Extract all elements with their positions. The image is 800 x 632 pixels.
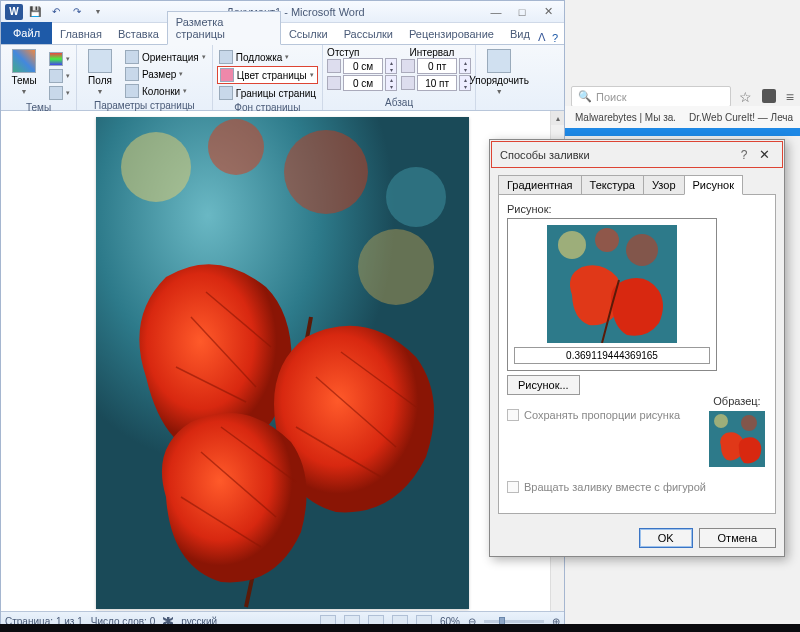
ribbon-tabs: Файл Главная Вставка Разметка страницы С… (1, 23, 564, 45)
tab-file[interactable]: Файл (1, 22, 52, 44)
document-page[interactable] (96, 117, 469, 609)
sample-preview (709, 411, 765, 467)
columns-button[interactable]: Колонки▾ (123, 83, 208, 99)
dialog-tabs: Градиентная Текстура Узор Рисунок (490, 169, 784, 195)
page-borders-button[interactable]: Границы страниц (217, 85, 318, 101)
effects-icon (49, 86, 63, 100)
group-page-params: Поля ▼ Ориентация▾ Размер▾ Колонки▾ Пара… (77, 45, 213, 110)
tab-mailings[interactable]: Рассылки (336, 24, 401, 44)
dialog-title: Способы заливки (500, 149, 734, 161)
tab-home[interactable]: Главная (52, 24, 110, 44)
picture-label: Рисунок: (507, 203, 767, 215)
themes-button[interactable]: Темы ▼ (5, 47, 43, 97)
theme-fonts-button[interactable]: ▾ (47, 68, 72, 84)
orientation-icon (125, 50, 139, 64)
sample-area: Образец: (709, 395, 765, 467)
tab-references[interactable]: Ссылки (281, 24, 336, 44)
browser-accent-bar (565, 128, 800, 136)
dialog-close-icon[interactable]: ✕ (754, 147, 774, 162)
help-icon[interactable]: ? (552, 32, 558, 44)
spacing-after-icon (401, 76, 415, 90)
dialog-body: Рисунок: 0.369119444369165 Рисунок... Со… (498, 194, 776, 514)
search-placeholder: Поиск (596, 91, 626, 103)
size-icon (125, 67, 139, 81)
theme-colors-button[interactable]: ▾ (47, 51, 72, 67)
colors-icon (49, 52, 63, 66)
svg-point-1 (121, 132, 191, 202)
save-icon[interactable]: 💾 (26, 4, 44, 20)
word-logo-icon[interactable]: W (5, 4, 23, 20)
indent-label: Отступ (327, 47, 359, 58)
cancel-button[interactable]: Отмена (699, 528, 776, 548)
svg-point-12 (741, 415, 757, 431)
themes-icon (12, 49, 36, 73)
group-label (480, 107, 518, 110)
browser-menu-icon[interactable]: ≡ (786, 89, 794, 105)
indent-left-icon (327, 59, 341, 73)
dialog-titlebar[interactable]: Способы заливки ? ✕ (491, 141, 783, 168)
minimize-ribbon-icon[interactable]: ᐱ (538, 31, 546, 44)
spacing-before-icon (401, 59, 415, 73)
window-title: Документ1 - Microsoft Word (107, 6, 484, 18)
page-background-image (96, 117, 469, 609)
size-button[interactable]: Размер▾ (123, 66, 208, 82)
maximize-button[interactable]: □ (510, 4, 534, 20)
checkbox-icon[interactable] (507, 409, 519, 421)
rotate-fill-checkbox-row[interactable]: Вращать заливку вместе с фигурой (507, 481, 767, 493)
page-color-button[interactable]: Цвет страницы▾ (217, 66, 318, 84)
tab-texture[interactable]: Текстура (581, 175, 644, 195)
group-paragraph: Отступ Интервал 0 см▴▾ 0 см▴▾ 0 пт▴▾ 10 … (323, 45, 476, 110)
select-picture-button[interactable]: Рисунок... (507, 375, 580, 395)
margins-icon (88, 49, 112, 73)
qat-dropdown-icon[interactable]: ▼ (89, 4, 107, 20)
indent-left-spinner[interactable]: 0 см▴▾ (327, 58, 397, 74)
word-titlebar[interactable]: W 💾 ↶ ↷ ▼ Документ1 - Microsoft Word — □… (1, 1, 564, 23)
margins-button[interactable]: Поля ▼ (81, 47, 119, 97)
bookmark-item[interactable]: Dr.Web CureIt! — Леча... (685, 110, 794, 124)
undo-icon[interactable]: ↶ (47, 4, 65, 20)
minimize-button[interactable]: — (484, 4, 508, 20)
group-page-background: Подложка▾ Цвет страницы▾ Границы страниц… (213, 45, 323, 110)
watermark-button[interactable]: Подложка▾ (217, 49, 318, 65)
indent-right-spinner[interactable]: 0 см▴▾ (327, 75, 397, 91)
spacing-before-spinner[interactable]: 0 пт▴▾ (401, 58, 471, 74)
watermark-icon (219, 50, 233, 64)
indent-right-icon (327, 76, 341, 90)
arrange-button[interactable]: Упорядочить ▼ (480, 47, 518, 97)
columns-icon (125, 84, 139, 98)
orientation-button[interactable]: Ориентация▾ (123, 49, 208, 65)
browser-search-box[interactable]: 🔍 Поиск (571, 86, 731, 107)
close-button[interactable]: ✕ (536, 4, 560, 20)
extension-icon[interactable] (762, 89, 776, 103)
star-icon[interactable]: ☆ (739, 89, 752, 105)
svg-point-5 (358, 229, 434, 305)
bookmark-bar: Malwarebytes | Мы за... Dr.Web CureIt! —… (565, 106, 800, 129)
theme-effects-button[interactable]: ▾ (47, 85, 72, 101)
tab-gradient[interactable]: Градиентная (498, 175, 582, 195)
redo-icon[interactable]: ↷ (68, 4, 86, 20)
tab-review[interactable]: Рецензирование (401, 24, 502, 44)
tab-insert[interactable]: Вставка (110, 24, 167, 44)
picture-preview (547, 225, 677, 343)
document-area[interactable]: ▴ (1, 111, 564, 611)
tab-view[interactable]: Вид (502, 24, 538, 44)
svg-point-11 (714, 414, 728, 428)
tab-picture[interactable]: Рисунок (684, 175, 744, 195)
sample-label: Образец: (713, 395, 760, 407)
checkbox-icon[interactable] (507, 481, 519, 493)
svg-point-9 (626, 234, 658, 266)
rotate-fill-label: Вращать заливку вместе с фигурой (524, 481, 706, 493)
page-color-icon (220, 68, 234, 82)
dialog-help-icon[interactable]: ? (734, 148, 754, 162)
ok-button[interactable]: OK (639, 528, 693, 548)
svg-point-2 (208, 119, 264, 175)
windows-taskbar[interactable] (0, 624, 800, 632)
picture-name-field: 0.369119444369165 (514, 347, 710, 364)
tab-page-layout[interactable]: Разметка страницы (167, 11, 281, 45)
zoom-slider[interactable] (484, 620, 544, 623)
tab-pattern[interactable]: Узор (643, 175, 685, 195)
scroll-up-icon[interactable]: ▴ (551, 111, 564, 125)
bookmark-item[interactable]: Malwarebytes | Мы за... (571, 110, 675, 124)
spacing-after-spinner[interactable]: 10 пт▴▾ (401, 75, 471, 91)
group-label: Абзац (327, 96, 471, 110)
